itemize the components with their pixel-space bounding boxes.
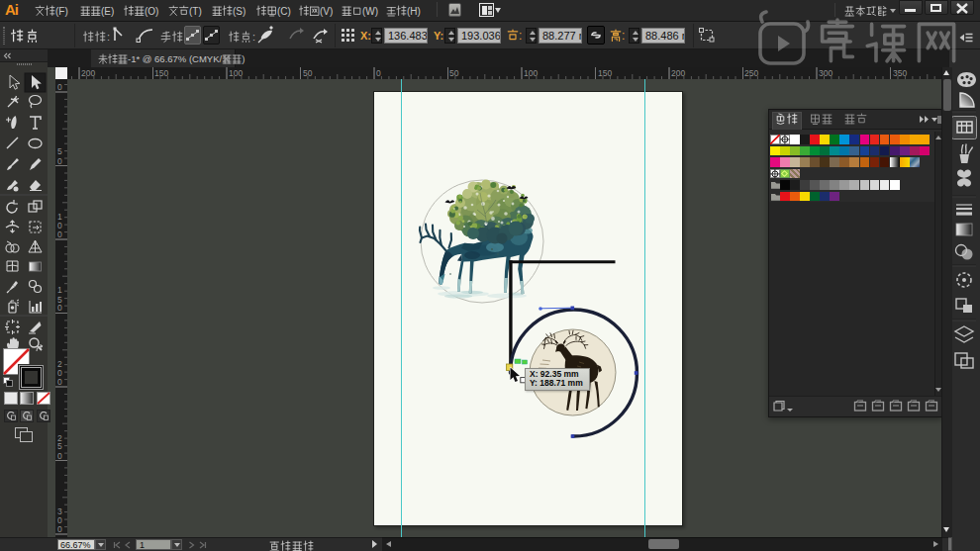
svg-text:50: 50: [449, 68, 459, 78]
svg-text:0: 0: [57, 82, 62, 92]
svg-text:(E): (E): [101, 6, 114, 17]
svg-text::: :: [519, 29, 522, 43]
svg-text:(H): (H): [407, 6, 421, 17]
svg-text::: :: [252, 31, 255, 43]
svg-text:-1* @ 66.67% (CMYK/: -1* @ 66.67% (CMYK/: [128, 53, 223, 64]
svg-text:(O): (O): [145, 6, 158, 17]
svg-text:0: 0: [57, 156, 62, 166]
svg-text:0: 0: [57, 451, 62, 461]
svg-text:Y:: Y:: [434, 30, 443, 42]
svg-text:(F): (F): [55, 6, 68, 17]
svg-text:(S): (S): [233, 6, 245, 17]
svg-text::: :: [622, 29, 625, 43]
svg-text:200: 200: [81, 68, 95, 78]
svg-text:350: 350: [893, 68, 907, 78]
svg-text:1: 1: [57, 285, 62, 295]
svg-text:0: 0: [57, 230, 62, 239]
svg-text:150: 150: [154, 68, 168, 78]
svg-text:5: 5: [57, 441, 62, 451]
svg-text:X:: X:: [360, 30, 371, 42]
svg-text:(C): (C): [277, 6, 291, 17]
svg-text:50: 50: [303, 68, 313, 78]
svg-text:100: 100: [229, 68, 243, 78]
svg-text:(V): (V): [320, 6, 333, 17]
svg-text:(W): (W): [362, 6, 378, 17]
svg-text:100: 100: [524, 68, 538, 78]
svg-text:(T): (T): [189, 6, 202, 17]
svg-text:0: 0: [57, 377, 62, 387]
svg-text:0: 0: [57, 524, 62, 534]
svg-text:0: 0: [376, 68, 381, 78]
svg-text:): ): [242, 53, 245, 64]
svg-text:150: 150: [598, 68, 612, 78]
svg-text:0: 0: [57, 303, 62, 313]
svg-text:300: 300: [819, 68, 833, 78]
svg-text:200: 200: [671, 68, 685, 78]
svg-text:250: 250: [744, 68, 758, 78]
svg-text:5: 5: [57, 146, 62, 156]
